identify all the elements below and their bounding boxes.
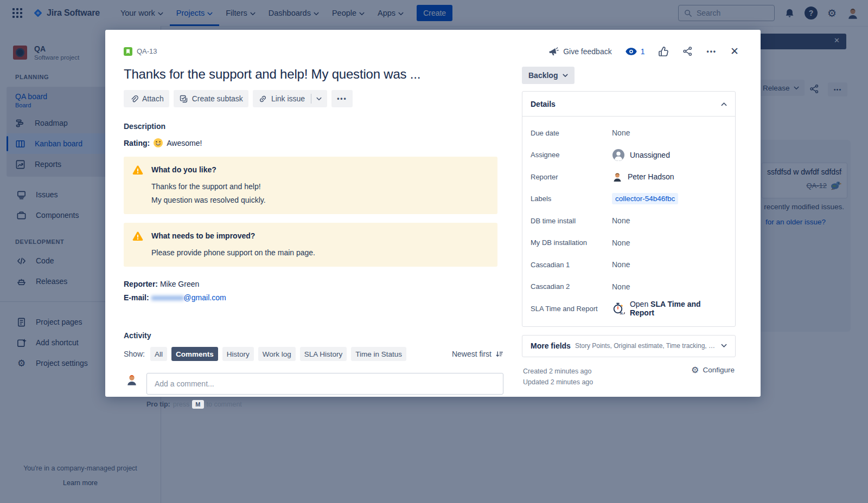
panel-line: Please provide phone support on the main… <box>151 248 489 257</box>
email-link[interactable]: @gmail.com <box>184 293 226 302</box>
chevron-down-icon <box>563 74 568 78</box>
filter-comments[interactable]: Comments <box>171 347 218 361</box>
chevron-up-icon <box>721 102 727 106</box>
megaphone-icon <box>548 47 559 56</box>
warning-icon <box>132 231 143 241</box>
detail-row-my-db-installation: My DB installation None <box>531 232 727 254</box>
share-icon[interactable] <box>682 46 693 56</box>
toolbar-more-button[interactable]: ••• <box>331 90 353 107</box>
subtask-icon <box>179 94 188 104</box>
rating-label: Rating: <box>124 139 150 147</box>
activity-filter-bar: Show: All Comments History Work log SLA … <box>124 347 503 361</box>
link-icon <box>258 94 267 104</box>
attach-button[interactable]: Attach <box>124 90 169 107</box>
svg-text:SLA: SLA <box>620 312 625 315</box>
give-feedback-button[interactable]: Give feedback <box>548 47 612 56</box>
create-subtask-button[interactable]: Create subtask <box>174 90 248 107</box>
detail-row-db-time-install: DB time install None <box>531 210 727 232</box>
detail-row-sla: SLA Time and Report SLA Open SLA Time an… <box>531 298 727 320</box>
show-label: Show: <box>124 350 145 358</box>
issue-key-breadcrumb[interactable]: QA-13 <box>124 47 157 56</box>
chevron-down-icon[interactable] <box>316 97 322 101</box>
detail-row-due-date: Due date None <box>531 122 727 144</box>
issue-title[interactable]: Thanks for the support and help! My ques… <box>124 67 503 82</box>
detail-row-cascadian-2: Cascadian 2 None <box>531 276 727 298</box>
email-redacted: xxxxxxxxxx <box>151 293 184 302</box>
comment-input[interactable] <box>146 373 503 395</box>
reporter-avatar <box>612 171 623 182</box>
smiley-emoji-icon <box>153 138 163 148</box>
description-panel-like: What do you like? Thanks for the support… <box>124 157 497 214</box>
detail-row-assignee: Assignee Unassigned <box>531 144 727 166</box>
link-issue-button[interactable]: Link issue <box>253 90 327 107</box>
more-actions-button[interactable]: ••• <box>706 48 717 55</box>
filter-sla-history[interactable]: SLA History <box>300 347 347 361</box>
issue-detail-modal: QA-13 Give feedback 1 ••• ✕ Thanks for t… <box>105 30 761 397</box>
status-dropdown-button[interactable]: Backlog <box>522 67 575 84</box>
reporter-line: Reporter: Mike Green <box>124 280 503 288</box>
rating-value: Awesome! <box>167 139 202 147</box>
filter-history[interactable]: History <box>222 347 254 361</box>
label-chip[interactable]: collector-54b46fbc <box>612 193 678 204</box>
more-fields-summary: Story Points, Original estimate, Time tr… <box>575 342 717 350</box>
configure-button[interactable]: ⚙ Configure <box>691 366 735 375</box>
detail-row-labels: Labels collector-54b46fbc <box>531 188 727 210</box>
reporter-name: Mike Green <box>160 280 199 288</box>
more-fields-panel[interactable]: More fields Story Points, Original estim… <box>522 335 736 357</box>
updated-timestamp: Updated 2 minutes ago <box>523 377 593 388</box>
detail-row-reporter: Reporter Peter Hadson <box>531 166 727 188</box>
panel-title: What needs to be improved? <box>151 231 489 240</box>
panel-line: My question was resolved quickly. <box>151 196 489 204</box>
watch-count: 1 <box>641 47 645 56</box>
sla-stopwatch-icon: SLA <box>612 302 625 315</box>
description-heading: Description <box>124 122 503 131</box>
sort-descending-icon <box>495 350 503 358</box>
like-thumbs-up-icon[interactable] <box>658 46 669 57</box>
activity-heading: Activity <box>124 331 503 340</box>
story-type-icon <box>124 47 132 56</box>
panel-title: What do you like? <box>151 165 489 174</box>
unassigned-avatar-icon <box>612 149 625 162</box>
sort-order-button[interactable]: Newest first <box>452 350 503 358</box>
detail-row-cascadian-1: Cascadian 1 None <box>531 254 727 276</box>
chevron-down-icon <box>721 344 727 348</box>
filter-time-in-status[interactable]: Time in Status <box>351 347 406 361</box>
filter-all[interactable]: All <box>150 347 167 361</box>
details-panel-header[interactable]: Details <box>522 92 735 117</box>
close-icon[interactable]: ✕ <box>730 45 739 57</box>
created-timestamp: Created 2 minutes ago <box>523 366 593 377</box>
rating-row: Rating: Awesome! <box>124 138 503 148</box>
current-user-avatar <box>125 373 138 386</box>
email-line: E-mail: xxxxxxxxxx@gmail.com <box>124 293 503 302</box>
keyboard-shortcut-m: M <box>192 400 203 409</box>
configure-gear-icon: ⚙ <box>691 366 699 375</box>
panel-line: Thanks for the support and help! <box>151 182 489 191</box>
details-panel: Details Due date None Assignee Unassigne… <box>522 91 736 327</box>
button-divider <box>311 94 311 104</box>
watch-eye-icon <box>626 48 637 55</box>
description-panel-improve: What needs to be improved? Please provid… <box>124 223 497 267</box>
comment-protip: Pro tip: press M to comment <box>146 400 503 409</box>
filter-work-log[interactable]: Work log <box>258 347 296 361</box>
paperclip-icon <box>129 94 138 104</box>
watch-button[interactable]: 1 <box>626 47 645 56</box>
warning-icon <box>132 165 143 175</box>
